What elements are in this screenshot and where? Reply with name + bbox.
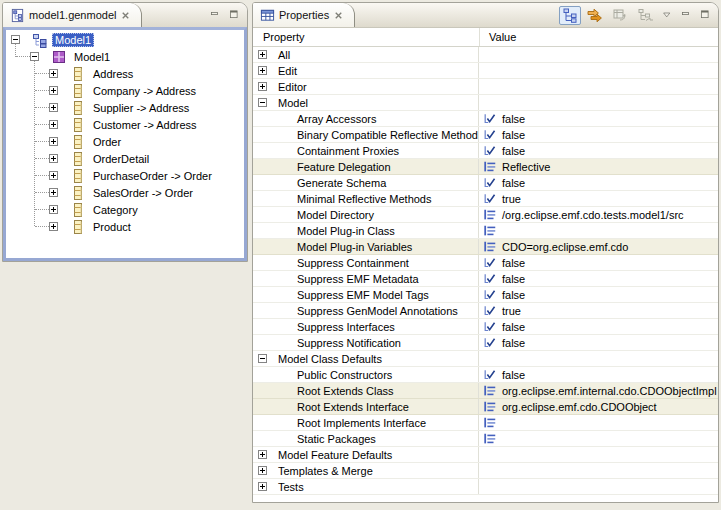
property-row[interactable]: Binary Compatible Reflective Methodsfals… [253, 127, 718, 143]
property-value-cell[interactable]: false [479, 271, 718, 286]
tree-item-address[interactable]: Address [6, 65, 244, 82]
property-value-cell[interactable] [479, 95, 718, 110]
view-menu-button[interactable] [659, 6, 675, 25]
property-row[interactable]: Suppress EMF Model Tagsfalse [253, 287, 718, 303]
minimize-button[interactable] [678, 6, 694, 25]
property-row[interactable]: Minimal Reflective Methodstrue [253, 191, 718, 207]
tree-item-supplier-address[interactable]: Supplier -> Address [6, 99, 244, 116]
category-row[interactable]: Model Feature Defaults [253, 447, 718, 463]
expand-expander[interactable] [49, 69, 58, 78]
expand-expander[interactable] [49, 222, 58, 231]
tree-item-purchaseorder-order[interactable]: PurchaseOrder -> Order [6, 167, 244, 184]
expand-expander[interactable] [49, 137, 58, 146]
property-value-cell[interactable]: false [479, 127, 718, 142]
property-value-cell[interactable]: false [479, 111, 718, 126]
tree-item-customer-address[interactable]: Customer -> Address [6, 116, 244, 133]
tab-model1-genmodel[interactable]: model1.genmodel [3, 3, 142, 27]
category-row[interactable]: Editor [253, 79, 718, 95]
property-value-cell[interactable] [479, 79, 718, 94]
category-row[interactable]: All [253, 47, 718, 63]
property-value-cell[interactable] [479, 415, 718, 430]
expand-expander[interactable] [258, 450, 267, 459]
collapse-expander[interactable] [258, 98, 267, 107]
expand-expander[interactable] [258, 82, 267, 91]
expand-expander[interactable] [258, 466, 267, 475]
property-value-cell[interactable] [479, 63, 718, 78]
property-value-cell[interactable]: org.eclipse.emf.internal.cdo.CDOObjectIm… [479, 383, 718, 398]
tree-item-order[interactable]: Order [6, 133, 244, 150]
property-row[interactable]: Model Plug-in VariablesCDO=org.eclipse.e… [253, 239, 718, 255]
property-row[interactable]: Generate Schemafalse [253, 175, 718, 191]
property-value-cell[interactable]: CDO=org.eclipse.emf.cdo [479, 239, 718, 254]
property-value-cell[interactable]: /org.eclipse.emf.cdo.tests.model1/src [479, 207, 718, 222]
property-row[interactable]: Root Implements Interface [253, 415, 718, 431]
show-advanced-properties-button[interactable] [584, 6, 606, 25]
property-row[interactable]: Array Accessorsfalse [253, 111, 718, 127]
expand-expander[interactable] [49, 171, 58, 180]
category-row[interactable]: Tests [253, 479, 718, 495]
collapse-expander[interactable] [258, 354, 267, 363]
collapse-expander[interactable] [11, 35, 20, 44]
expand-expander[interactable] [49, 188, 58, 197]
property-row[interactable]: Suppress Interfacesfalse [253, 319, 718, 335]
property-value-cell[interactable] [479, 351, 718, 366]
property-value-cell[interactable]: true [479, 191, 718, 206]
column-divider[interactable] [479, 28, 480, 46]
tree-item-category[interactable]: Category [6, 201, 244, 218]
property-value-cell[interactable]: true [479, 303, 718, 318]
property-value-cell[interactable] [479, 479, 718, 494]
property-value-cell[interactable]: org.eclipse.emf.cdo.CDOObject [479, 399, 718, 414]
expand-expander[interactable] [49, 86, 58, 95]
expand-expander[interactable] [258, 66, 267, 75]
property-row[interactable]: Suppress EMF Metadatafalse [253, 271, 718, 287]
property-row[interactable]: Root Extends Classorg.eclipse.emf.intern… [253, 383, 718, 399]
property-row[interactable]: Suppress Containmentfalse [253, 255, 718, 271]
show-categories-button[interactable] [559, 6, 581, 25]
expand-expander[interactable] [49, 103, 58, 112]
property-value-cell[interactable]: false [479, 255, 718, 270]
expand-expander[interactable] [49, 154, 58, 163]
property-row[interactable]: Suppress Notificationfalse [253, 335, 718, 351]
property-value-cell[interactable] [479, 431, 718, 446]
property-row[interactable]: Root Extends Interfaceorg.eclipse.emf.cd… [253, 399, 718, 415]
property-row[interactable]: Static Packages [253, 431, 718, 447]
property-value-cell[interactable]: Reflective [479, 159, 718, 174]
property-value-cell[interactable]: false [479, 367, 718, 382]
maximize-button[interactable] [226, 6, 242, 25]
tree-item-salesorder-order[interactable]: SalesOrder -> Order [6, 184, 244, 201]
property-value-cell[interactable] [479, 47, 718, 62]
property-value-cell[interactable]: false [479, 175, 718, 190]
close-icon[interactable] [333, 10, 344, 21]
property-value-cell[interactable]: false [479, 319, 718, 334]
property-value-cell[interactable]: false [479, 335, 718, 350]
property-value-cell[interactable] [479, 447, 718, 462]
property-row[interactable]: Containment Proxiesfalse [253, 143, 718, 159]
category-row[interactable]: Model [253, 95, 718, 111]
tree-item-model1-package[interactable]: Model1 [6, 48, 244, 65]
expand-expander[interactable] [258, 50, 267, 59]
close-icon[interactable] [120, 10, 131, 21]
expand-expander[interactable] [49, 205, 58, 214]
maximize-button[interactable] [697, 6, 713, 25]
expand-expander[interactable] [258, 482, 267, 491]
category-row[interactable]: Edit [253, 63, 718, 79]
property-value-cell[interactable] [479, 463, 718, 478]
tree-item-orderdetail[interactable]: OrderDetail [6, 150, 244, 167]
property-row[interactable]: Suppress GenModel Annotationstrue [253, 303, 718, 319]
category-row[interactable]: Model Class Defaults [253, 351, 718, 367]
minimize-button[interactable] [207, 6, 223, 25]
tree-item-company-address[interactable]: Company -> Address [6, 82, 244, 99]
property-value-cell[interactable]: false [479, 143, 718, 158]
tab-properties[interactable]: Properties [253, 3, 355, 27]
expand-expander[interactable] [49, 120, 58, 129]
collapse-expander[interactable] [30, 52, 39, 61]
property-row[interactable]: Feature DelegationReflective [253, 159, 718, 175]
category-row[interactable]: Templates & Merge [253, 463, 718, 479]
property-value-cell[interactable] [479, 223, 718, 238]
property-value-cell[interactable]: false [479, 287, 718, 302]
property-row[interactable]: Model Directory/org.eclipse.emf.cdo.test… [253, 207, 718, 223]
tree-item-product[interactable]: Product [6, 218, 244, 235]
property-row[interactable]: Model Plug-in Class [253, 223, 718, 239]
tree-item-model1-root[interactable]: Model1 [6, 31, 244, 48]
property-row[interactable]: Public Constructorsfalse [253, 367, 718, 383]
